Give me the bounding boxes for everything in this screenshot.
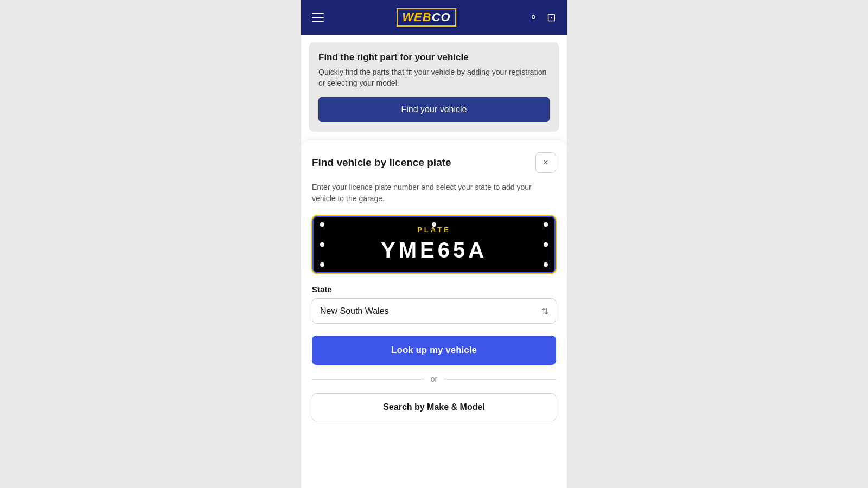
make-model-button[interactable]: Search by Make & Model	[312, 393, 556, 421]
promo-title: Find the right part for your vehicle	[318, 52, 550, 63]
close-button[interactable]: ×	[535, 152, 556, 173]
bolt-top-right	[544, 222, 548, 227]
plate-label: PLATE	[324, 226, 544, 234]
header: WEBCO ⚬ ⊡	[301, 0, 567, 35]
state-select[interactable]: New South Wales Victoria Queensland West…	[312, 298, 556, 324]
or-divider: or	[312, 375, 556, 383]
modal-header: Find vehicle by licence plate ×	[312, 152, 556, 173]
cart-icon[interactable]: ⊡	[547, 11, 556, 24]
logo-rest: CO	[432, 10, 451, 24]
state-select-wrapper: New South Wales Victoria Queensland West…	[312, 298, 556, 324]
state-label: State	[312, 285, 556, 294]
bolt-top-middle	[432, 222, 436, 227]
modal-description: Enter your licence plate number and sele…	[312, 182, 556, 204]
plate-number: YME65A	[324, 238, 544, 262]
bolt-mid-left	[320, 242, 324, 247]
or-text: or	[431, 375, 437, 383]
bolt-bottom-right	[544, 262, 548, 267]
licence-plate: PLATE YME65A	[312, 215, 556, 274]
menu-icon[interactable]	[312, 13, 324, 22]
find-vehicle-button[interactable]: Find your vehicle	[318, 97, 550, 122]
logo-highlight: WEB	[402, 10, 431, 24]
bolt-bottom-left	[320, 262, 324, 267]
modal-title: Find vehicle by licence plate	[312, 157, 451, 169]
search-icon[interactable]: ⚬	[529, 11, 538, 24]
mobile-frame: WEBCO ⚬ ⊡ Find the right part for your v…	[301, 0, 567, 488]
page-wrapper: WEBCO ⚬ ⊡ Find the right part for your v…	[0, 0, 868, 488]
promo-description: Quickly find the parts that fit your veh…	[318, 67, 550, 88]
bolt-mid-right	[544, 242, 548, 247]
lookup-button[interactable]: Look up my vehicle	[312, 336, 556, 365]
header-icons: ⚬ ⊡	[529, 11, 556, 24]
logo: WEBCO	[397, 8, 456, 27]
modal-panel: Find vehicle by licence plate × Enter yo…	[301, 140, 567, 488]
bolt-top-left	[320, 222, 324, 227]
promo-card: Find the right part for your vehicle Qui…	[309, 42, 559, 132]
